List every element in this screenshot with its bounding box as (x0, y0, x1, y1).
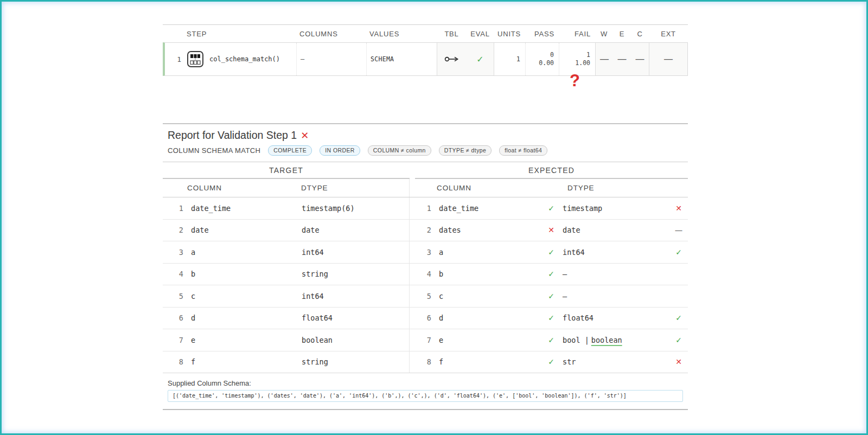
expected-column-name: b (437, 270, 542, 278)
target-row-index: 6 (163, 314, 189, 322)
step-number: 1 (169, 55, 181, 63)
dtype-match-icon: ✓ (673, 248, 688, 257)
target-dtype: date (299, 226, 409, 234)
pass-cell: 0 0.00 (525, 43, 559, 75)
dtype-match-icon: — (673, 226, 688, 234)
target-dtype: boolean (299, 336, 409, 344)
schema-row: 7 e boolean 7 e ✓ bool | boolean ✓ (163, 329, 688, 351)
expected-column-name: d (437, 314, 542, 322)
expected-column-name: dates (437, 226, 542, 234)
dtype-match-icon: ✕ (673, 204, 688, 213)
header-e: E (613, 30, 631, 38)
group-header-expected: EXPECTED (415, 162, 688, 179)
expected-row-index: 4 (415, 270, 437, 278)
report-subtitle-row: COLUMN SCHEMA MATCH COMPLETE IN ORDER CO… (168, 145, 688, 156)
target-row-index: 4 (163, 270, 189, 278)
target-column-name: f (189, 357, 299, 366)
step-function-label: col_schema_match() (209, 55, 280, 63)
expected-dtype-header: DTYPE (560, 184, 673, 192)
step-cell: 1 col_schema_match() (165, 43, 296, 75)
header-columns: COLUMNS (296, 30, 366, 38)
expected-row-index: 5 (415, 292, 437, 300)
expected-column-name: c (437, 292, 542, 300)
column-match-icon: ✓ (542, 357, 560, 366)
dtype-match-icon: ✓ (673, 336, 688, 344)
target-column-name: b (189, 270, 299, 278)
schema-row: 6 d float64 6 d ✓ float64 ✓ (163, 308, 688, 330)
error-cell: — (613, 43, 631, 75)
expected-column-name: date_time (437, 204, 542, 213)
header-fail: FAIL (559, 30, 595, 38)
column-match-icon: ✓ (542, 270, 560, 278)
target-column-name: c (189, 292, 299, 300)
eval-check-icon: ✓ (476, 54, 483, 65)
expected-column-header: COLUMN (437, 184, 542, 192)
expected-dtype: date (560, 226, 580, 234)
status-cross-icon: ✕ (301, 130, 309, 141)
group-header-row: TARGET EXPECTED (163, 162, 688, 179)
supplied-schema-code: [('date_time', 'timestamp'), ('dates', '… (168, 390, 683, 402)
target-row-index: 8 (163, 357, 189, 366)
header-units: UNITS (494, 30, 525, 38)
badge-dtype-case: DTYPE ≠ dtype (439, 145, 492, 156)
expected-row-index: 7 (415, 336, 437, 344)
fail-fraction: 1.00 (575, 59, 590, 67)
expected-row-index: 3 (415, 248, 437, 257)
columns-cell: — (296, 43, 366, 75)
table-arrow-icon (444, 55, 459, 63)
target-dtype: string (299, 270, 409, 278)
header-ext: EXT (649, 30, 688, 38)
schema-rows: 1 date_time timestamp(6) 1 date_time ✓ t… (163, 197, 688, 373)
dtype-match-icon: ✓ (673, 314, 688, 322)
supplied-schema-label: Supplied Column Schema: (168, 379, 683, 387)
column-match-icon: ✓ (542, 292, 560, 300)
target-dtype: timestamp(6) (299, 204, 409, 213)
target-row-index: 7 (163, 336, 189, 344)
expected-dtype: bool | (560, 336, 589, 344)
column-header-row: COLUMN DTYPE COLUMN DTYPE (163, 179, 688, 197)
units-cell: 1 (494, 43, 525, 75)
target-column-name: e (189, 336, 299, 344)
target-dtype: int64 (299, 292, 409, 300)
column-match-icon: ✓ (542, 336, 560, 344)
expected-row-index: 8 (415, 357, 437, 366)
target-column-name: d (189, 314, 299, 322)
expected-column-name: f (437, 357, 542, 366)
schema-row: 4 b string 4 b ✓ – (163, 264, 688, 286)
header-w: W (595, 30, 613, 38)
validation-step-row: 1 col_schema_match() — SCHEMA (163, 42, 688, 76)
fail-count: 1 (575, 51, 590, 59)
schema-row: 5 c int64 5 c ✓ – (163, 285, 688, 308)
header-eval: EVAL (467, 30, 494, 38)
expected-row-index: 1 (415, 204, 437, 213)
schema-row: 8 f string 8 f ✓ str ✕ (163, 351, 688, 374)
critical-cell: — (631, 43, 649, 75)
target-row-index: 1 (163, 204, 189, 213)
fail-question-icon: ? (570, 71, 580, 91)
target-column-name: date_time (189, 204, 299, 213)
expected-row-index: 2 (415, 226, 437, 234)
pass-count: 0 (539, 51, 554, 59)
header-step: STEP (163, 30, 296, 38)
expected-column-name: e (437, 336, 542, 344)
report-footer: Supplied Column Schema: [('date_time', '… (163, 373, 688, 409)
badge-column-case: COLUMN ≠ column (368, 145, 431, 156)
validation-summary-table: STEP COLUMNS VALUES TBL EVAL UNITS PASS … (163, 24, 688, 76)
expected-row-index: 6 (415, 314, 437, 322)
group-header-target: TARGET (163, 162, 410, 179)
step-report-panel: Report for Validation Step 1✕ COLUMN SCH… (163, 123, 688, 410)
eval-cell: ✓ (467, 43, 494, 75)
target-dtype: int64 (299, 248, 409, 257)
badge-complete: COMPLETE (268, 145, 312, 156)
header-tbl: TBL (437, 30, 467, 38)
values-cell: SCHEMA (366, 43, 437, 75)
schema-icon (186, 50, 205, 68)
report-subtitle: COLUMN SCHEMA MATCH (168, 146, 260, 155)
dtype-match-icon: ✕ (673, 357, 688, 366)
target-dtype: string (299, 357, 409, 366)
schema-row: 3 a int64 3 a ✓ int64 ✓ (163, 241, 688, 264)
schema-row: 2 date date 2 dates ✕ date — (163, 220, 688, 242)
fail-cell: 1 1.00 (559, 43, 595, 75)
header-c: C (631, 30, 649, 38)
column-match-icon: ✓ (542, 204, 560, 213)
